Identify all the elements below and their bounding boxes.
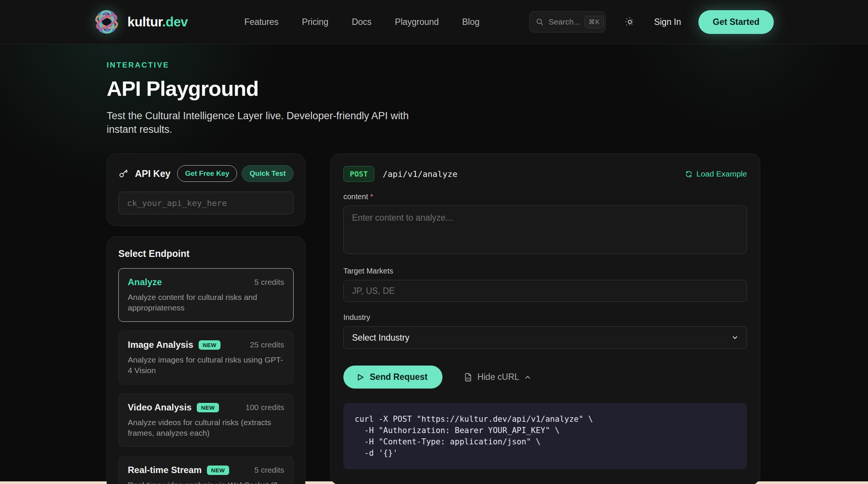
- curl-line: -H "Authorization: Bearer YOUR_API_KEY" …: [355, 425, 736, 436]
- page-title: API Playground: [107, 76, 760, 101]
- navbar: kultur.dev Features Pricing Docs Playgro…: [0, 0, 868, 44]
- endpoint-card: Select Endpoint Analyze 5 credits Analyz…: [107, 237, 305, 484]
- endpoint-item-analyze[interactable]: Analyze 5 credits Analyze content for cu…: [118, 268, 294, 322]
- endpoint-credits: 100 credits: [245, 403, 284, 412]
- left-column: API Key Get Free Key Quick Test Select E…: [107, 154, 305, 484]
- send-request-label: Send Request: [370, 372, 427, 382]
- send-request-button[interactable]: Send Request: [343, 366, 442, 389]
- get-free-key-button[interactable]: Get Free Key: [177, 165, 237, 182]
- theme-toggle[interactable]: [623, 15, 637, 29]
- refresh-icon: [685, 170, 693, 178]
- brand-name: kultur.dev: [127, 14, 188, 29]
- curl-line: -H "Content-Type: application/json" \: [355, 436, 736, 447]
- key-icon: [118, 168, 129, 179]
- nav-link-pricing[interactable]: Pricing: [302, 17, 328, 27]
- endpoint-item-video-analysis[interactable]: Video Analysis NEW 100 credits Analyze v…: [118, 393, 294, 447]
- new-badge: NEW: [207, 466, 229, 475]
- sun-icon: [625, 17, 635, 27]
- load-example-label: Load Example: [697, 169, 747, 178]
- endpoint-item-image-analysis[interactable]: Image Analysis NEW 25 credits Analyze im…: [118, 331, 294, 384]
- search-icon: [536, 18, 544, 26]
- nav-right: Search... ⌘K Sign In Get Started: [529, 10, 774, 34]
- search-input[interactable]: Search... ⌘K: [529, 11, 606, 32]
- new-badge: NEW: [199, 340, 221, 350]
- get-started-button[interactable]: Get Started: [698, 10, 774, 34]
- endpoint-name: Analyze: [128, 277, 162, 287]
- hide-curl-label: Hide cURL: [477, 372, 519, 382]
- nav-link-playground[interactable]: Playground: [395, 17, 439, 27]
- hero: INTERACTIVE API Playground Test the Cult…: [0, 44, 868, 136]
- brand[interactable]: kultur.dev: [94, 9, 188, 34]
- logo-icon: [94, 9, 119, 34]
- endpoint-credits: 5 credits: [254, 278, 284, 287]
- endpoint-path: /api/v1/analyze: [383, 169, 458, 179]
- api-key-title: API Key: [135, 168, 170, 179]
- target-markets-input[interactable]: [343, 280, 747, 302]
- nav-link-features[interactable]: Features: [244, 17, 279, 27]
- main-content: API Key Get Free Key Quick Test Select E…: [107, 154, 760, 484]
- api-key-card: API Key Get Free Key Quick Test: [107, 154, 305, 226]
- endpoint-name: Real-time Stream: [128, 465, 202, 475]
- content-label: content *: [343, 192, 747, 201]
- file-code-icon: [464, 373, 473, 382]
- http-method-badge: POST: [343, 166, 374, 182]
- endpoint-description: Analyze videos for cultural risks (extra…: [128, 417, 284, 438]
- sign-in-link[interactable]: Sign In: [654, 17, 681, 27]
- request-panel: POST /api/v1/analyze Load Example conten…: [330, 154, 760, 484]
- nav-links: Features Pricing Docs Playground Blog: [244, 17, 479, 27]
- required-asterisk: *: [370, 192, 373, 201]
- curl-line: -d '{}': [355, 447, 736, 459]
- nav-link-blog[interactable]: Blog: [462, 17, 479, 27]
- curl-code-block[interactable]: curl -X POST "https://kultur.dev/api/v1/…: [343, 403, 747, 469]
- endpoint-description: Real-time video analysis via WebSocket (…: [128, 480, 284, 484]
- search-placeholder: Search...: [548, 17, 580, 26]
- play-icon: [356, 373, 364, 381]
- industry-label: Industry: [343, 313, 747, 322]
- curl-line: curl -X POST "https://kultur.dev/api/v1/…: [355, 413, 736, 425]
- hide-curl-toggle[interactable]: Hide cURL: [464, 372, 531, 382]
- chevron-up-icon: [524, 373, 531, 381]
- quick-test-button[interactable]: Quick Test: [242, 165, 294, 182]
- endpoint-name: Video Analysis: [128, 402, 191, 413]
- target-markets-label: Target Markets: [343, 267, 747, 275]
- hero-subtitle: Test the Cultural Intelligence Layer liv…: [107, 109, 431, 136]
- endpoint-name: Image Analysis: [128, 340, 193, 350]
- search-shortcut-badge: ⌘K: [585, 16, 603, 28]
- industry-select[interactable]: Select Industry: [343, 326, 747, 349]
- new-badge: NEW: [197, 403, 219, 412]
- endpoint-credits: 5 credits: [254, 466, 284, 475]
- nav-link-docs[interactable]: Docs: [352, 17, 371, 27]
- api-key-input[interactable]: [118, 192, 294, 214]
- content-textarea[interactable]: [343, 206, 747, 254]
- endpoint-description: Analyze images for cultural risks using …: [128, 355, 284, 376]
- hero-eyebrow: INTERACTIVE: [107, 61, 760, 69]
- endpoint-card-title: Select Endpoint: [118, 248, 294, 259]
- endpoint-credits: 25 credits: [250, 340, 284, 349]
- endpoint-description: Analyze content for cultural risks and a…: [128, 292, 284, 313]
- load-example-button[interactable]: Load Example: [685, 169, 747, 178]
- endpoint-item-realtime-stream[interactable]: Real-time Stream NEW 5 credits Real-time…: [118, 456, 294, 484]
